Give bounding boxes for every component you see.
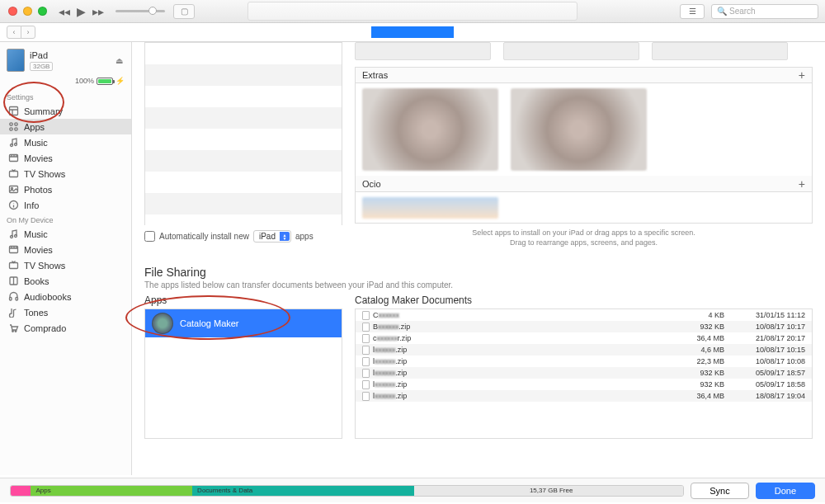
list-item[interactable] — [145, 214, 342, 226]
sidebar-item-tones[interactable]: Tones — [0, 304, 131, 320]
svg-point-1 — [10, 123, 12, 125]
music-icon — [8, 137, 19, 148]
svg-point-3 — [10, 128, 12, 130]
center-tab-highlight[interactable] — [371, 26, 454, 38]
svg-rect-15 — [10, 263, 18, 269]
minimize-window-icon[interactable] — [23, 7, 32, 16]
list-item[interactable] — [145, 172, 342, 193]
documents-list: Cxxxxxx4 KB31/01/15 11:12Bxxxxxx.zip932 … — [355, 309, 813, 439]
doc-filename: lxxxxxx.zip — [373, 369, 407, 377]
ocio-thumb[interactable] — [362, 197, 498, 219]
rewind-icon[interactable]: ◂◂ — [59, 5, 70, 18]
nav-forward-button[interactable]: › — [21, 26, 35, 39]
document-row[interactable]: Bxxxxxx.zip932 KB10/08/17 10:17 — [356, 321, 812, 332]
file-sharing-section: File Sharing The apps listed below can t… — [144, 266, 813, 439]
summary-icon — [8, 106, 19, 116]
list-item[interactable] — [145, 150, 342, 172]
extras-header: Extras + — [355, 67, 813, 83]
list-item[interactable] — [145, 129, 342, 150]
sidebar-item-info[interactable]: Info — [0, 197, 131, 213]
list-view-button[interactable]: ☰ — [680, 4, 705, 19]
auto-install-target-select[interactable]: iPad ▲▼ — [253, 230, 291, 243]
svg-point-6 — [15, 144, 17, 146]
doc-filename: Cxxxxxx — [373, 311, 399, 319]
svg-rect-18 — [16, 298, 18, 301]
airplay-button[interactable]: ▢ — [173, 4, 195, 19]
sidebar-item-label: Audiobooks — [24, 292, 72, 302]
apps-striped-pane: Automatically install new iPad ▲▼ apps — [144, 42, 342, 252]
document-row[interactable]: lxxxxxx.zip36,4 MB18/08/17 19:04 — [356, 390, 812, 402]
sidebar-item-photos[interactable]: Photos — [0, 181, 131, 197]
doc-size: 36,4 MB — [671, 334, 733, 342]
svg-point-13 — [15, 235, 17, 238]
sidebar-item-music[interactable]: Music — [0, 134, 131, 150]
sidebar-item-apps[interactable]: Apps — [0, 119, 131, 134]
volume-thumb-icon[interactable] — [148, 7, 157, 15]
document-row[interactable]: lxxxxxx.zip932 KB05/09/17 18:58 — [356, 379, 812, 390]
home-screen-thumb[interactable] — [503, 42, 639, 60]
document-row[interactable]: lxxxxxx.zip22,3 MB10/08/17 10:08 — [356, 356, 812, 367]
file-sharing-subtitle: The apps listed below can transfer docum… — [144, 280, 813, 290]
extras-thumb[interactable] — [511, 88, 647, 171]
titlebar: ◂◂ ▶ ▸▸ ▢ ☰ 🔍 Search — [0, 0, 825, 23]
file-icon — [362, 392, 370, 401]
doc-filename: lxxxxxx.zip — [373, 357, 407, 365]
list-item[interactable] — [145, 43, 342, 64]
sharing-app-item[interactable]: Catalog Maker — [145, 309, 342, 337]
sidebar-item-label: Movies — [24, 153, 53, 163]
sidebar-item-tv-shows[interactable]: TV Shows — [0, 166, 131, 181]
home-screen-thumb[interactable] — [355, 42, 491, 60]
list-item[interactable] — [145, 107, 342, 129]
document-row[interactable]: lxxxxxx.zip4,6 MB10/08/17 10:15 — [356, 344, 812, 356]
ocio-label: Ocio — [362, 179, 381, 189]
info-icon — [8, 200, 19, 210]
forward-icon[interactable]: ▸▸ — [92, 5, 104, 18]
device-header[interactable]: iPad 32GB ⏏ — [0, 45, 131, 75]
document-row[interactable]: cxxxxxxr.zip36,4 MB21/08/17 20:17 — [356, 332, 812, 344]
document-row[interactable]: lxxxxxx.zip932 KB05/09/17 18:57 — [356, 367, 812, 379]
tv-shows-icon — [8, 260, 19, 271]
sidebar-item-label: Comprado — [24, 323, 66, 333]
svg-point-5 — [11, 144, 13, 147]
doc-date: 05/09/17 18:57 — [733, 369, 805, 377]
add-extras-icon[interactable]: + — [799, 68, 805, 82]
volume-slider[interactable] — [116, 10, 165, 12]
sidebar-item-label: Info — [24, 200, 39, 210]
sidebar-item-tv-shows[interactable]: TV Shows — [0, 257, 131, 273]
sync-button[interactable]: Sync — [691, 483, 748, 499]
sidebar-item-movies[interactable]: Movies — [0, 242, 131, 257]
sidebar-item-books[interactable]: Books — [0, 273, 131, 289]
zoom-window-icon[interactable] — [38, 7, 47, 16]
ocio-body — [355, 192, 813, 224]
doc-filename: lxxxxxx.zip — [373, 346, 407, 354]
list-item[interactable] — [145, 193, 342, 214]
tones-icon — [8, 307, 19, 318]
movies-icon — [8, 244, 19, 255]
sidebar-item-audiobooks[interactable]: Audiobooks — [0, 289, 131, 304]
capacity-badge: 32GB — [30, 62, 53, 71]
sidebar-item-summary[interactable]: Summary — [0, 103, 131, 119]
device-name: iPad — [30, 50, 53, 60]
sidebar-item-comprado[interactable]: Comprado — [0, 320, 131, 336]
list-item[interactable] — [145, 64, 342, 86]
comprado-icon — [8, 323, 19, 333]
document-row[interactable]: Cxxxxxx4 KB31/01/15 11:12 — [356, 309, 812, 321]
doc-size: 36,4 MB — [671, 392, 733, 400]
list-item[interactable] — [145, 86, 342, 107]
home-screen-thumb[interactable] — [652, 42, 788, 60]
extras-body — [355, 83, 813, 176]
search-input[interactable]: 🔍 Search — [711, 4, 818, 19]
nav-back-button[interactable]: ‹ — [7, 26, 21, 39]
sidebar-item-movies[interactable]: Movies — [0, 150, 131, 166]
eject-icon[interactable]: ⏏ — [116, 56, 123, 65]
auto-install-checkbox[interactable] — [144, 231, 155, 242]
close-window-icon[interactable] — [8, 7, 17, 16]
extras-thumb[interactable] — [362, 88, 498, 171]
add-ocio-icon[interactable]: + — [799, 177, 805, 191]
docs-column-title: Catalog Maker Documents — [355, 294, 813, 306]
play-icon[interactable]: ▶ — [77, 5, 86, 18]
doc-size: 932 KB — [671, 369, 733, 377]
audiobooks-icon — [8, 291, 19, 302]
sidebar-item-music[interactable]: Music — [0, 226, 131, 242]
done-button[interactable]: Done — [756, 483, 815, 499]
